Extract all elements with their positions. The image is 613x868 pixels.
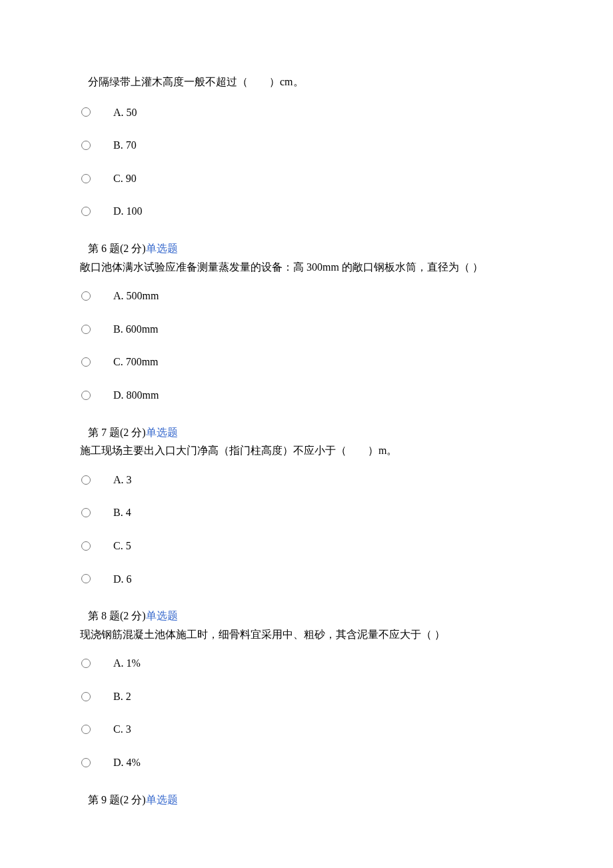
- question-5-option-d: D. 100: [80, 195, 533, 228]
- question-6-header: 第 6 题(2 分)单选题: [80, 240, 533, 257]
- question-8-option-a-label: A. 1%: [113, 655, 533, 672]
- question-7-option-c: C. 5: [80, 529, 533, 563]
- question-5-option-c-radio[interactable]: [81, 174, 91, 183]
- radio-wrap: [80, 107, 113, 117]
- question-7-option-d-radio[interactable]: [81, 574, 91, 583]
- question-8-option-b-label: B. 2: [113, 688, 533, 705]
- question-type-label: 单选题: [146, 427, 178, 438]
- question-7-option-b: B. 4: [80, 496, 533, 529]
- question-8-option-a: A. 1%: [80, 647, 533, 680]
- radio-wrap: [80, 574, 113, 583]
- question-6-option-a-label: A. 500mm: [113, 287, 533, 305]
- question-6-option-d: D. 800mm: [80, 379, 533, 412]
- question-9-header: 第 9 题(2 分)单选题: [80, 791, 533, 809]
- question-7-header-prefix: 第 7 题(2 分): [88, 427, 146, 438]
- question-5-option-b: B. 70: [80, 129, 533, 162]
- radio-wrap: [80, 291, 113, 301]
- radio-wrap: [80, 508, 113, 517]
- question-8-option-c: C. 3: [80, 713, 533, 746]
- radio-wrap: [80, 391, 113, 400]
- radio-wrap: [80, 141, 113, 150]
- question-9: 第 9 题(2 分)单选题: [80, 791, 533, 809]
- question-8-option-c-label: C. 3: [113, 721, 533, 738]
- question-type-label: 单选题: [146, 794, 178, 805]
- question-7-stem: 施工现场主要出入口大门净高（指门柱高度）不应小于（ ）m。: [80, 442, 533, 459]
- question-7-option-d: D. 6: [80, 563, 533, 596]
- radio-wrap: [80, 357, 113, 367]
- question-7: 第 7 题(2 分)单选题 施工现场主要出入口大门净高（指门柱高度）不应小于（ …: [80, 424, 533, 596]
- question-8-option-c-radio[interactable]: [81, 725, 91, 734]
- question-8-stem: 现浇钢筋混凝土池体施工时，细骨料宜采用中、粗砂，其含泥量不应大于（ ）: [80, 626, 533, 643]
- question-8-header: 第 8 题(2 分)单选题: [80, 607, 533, 625]
- question-5-option-a-radio[interactable]: [81, 107, 91, 117]
- question-6: 第 6 题(2 分)单选题 敞口池体满水试验应准备测量蒸发量的设备：高 300m…: [80, 240, 533, 412]
- question-6-option-d-radio[interactable]: [81, 391, 91, 400]
- question-5-stem: 分隔绿带上灌木高度一般不超过（ ）cm。: [80, 73, 533, 91]
- radio-wrap: [80, 541, 113, 551]
- question-8-option-d: D. 4%: [80, 746, 533, 779]
- question-6-option-b: B. 600mm: [80, 313, 533, 346]
- question-8-option-b-radio[interactable]: [81, 692, 91, 701]
- question-6-option-c-radio[interactable]: [81, 357, 91, 367]
- question-6-option-b-label: B. 600mm: [113, 321, 533, 338]
- question-6-option-b-radio[interactable]: [81, 325, 91, 334]
- question-8-option-d-radio[interactable]: [81, 758, 91, 767]
- question-5-option-a-label: A. 50: [113, 104, 533, 121]
- question-8-header-prefix: 第 8 题(2 分): [88, 610, 146, 621]
- question-5-option-c-label: C. 90: [113, 170, 533, 187]
- question-5-option-b-radio[interactable]: [81, 141, 91, 150]
- question-7-option-b-label: B. 4: [113, 504, 533, 521]
- question-8-option-d-label: D. 4%: [113, 754, 533, 771]
- question-8-option-b: B. 2: [80, 680, 533, 713]
- question-7-option-d-label: D. 6: [113, 571, 533, 588]
- question-5-option-d-label: D. 100: [113, 203, 533, 220]
- radio-wrap: [80, 207, 113, 216]
- question-7-option-a: A. 3: [80, 463, 533, 497]
- radio-wrap: [80, 325, 113, 334]
- question-type-label: 单选题: [146, 243, 178, 254]
- radio-wrap: [80, 725, 113, 734]
- question-5-option-b-label: B. 70: [113, 137, 533, 154]
- question-5-option-d-radio[interactable]: [81, 207, 91, 216]
- question-8-option-a-radio[interactable]: [81, 659, 91, 668]
- question-7-option-b-radio[interactable]: [81, 508, 91, 517]
- question-7-option-a-label: A. 3: [113, 471, 533, 489]
- question-7-header: 第 7 题(2 分)单选题: [80, 424, 533, 441]
- question-6-header-prefix: 第 6 题(2 分): [88, 243, 146, 254]
- radio-wrap: [80, 692, 113, 701]
- radio-wrap: [80, 758, 113, 767]
- question-7-option-c-radio[interactable]: [81, 541, 91, 551]
- question-6-option-c-label: C. 700mm: [113, 353, 533, 371]
- radio-wrap: [80, 659, 113, 668]
- question-7-option-c-label: C. 5: [113, 537, 533, 555]
- question-type-label: 单选题: [146, 610, 178, 621]
- radio-wrap: [80, 174, 113, 183]
- question-5: 分隔绿带上灌木高度一般不超过（ ）cm。 A. 50 B. 70 C. 90 D…: [80, 73, 533, 228]
- question-6-option-c: C. 700mm: [80, 345, 533, 379]
- question-9-header-prefix: 第 9 题(2 分): [88, 794, 146, 805]
- question-7-option-a-radio[interactable]: [81, 475, 91, 485]
- question-8: 第 8 题(2 分)单选题 现浇钢筋混凝土池体施工时，细骨料宜采用中、粗砂，其含…: [80, 607, 533, 779]
- radio-wrap: [80, 475, 113, 485]
- question-6-option-a-radio[interactable]: [81, 291, 91, 301]
- question-6-stem: 敞口池体满水试验应准备测量蒸发量的设备：高 300mm 的敞口钢板水筒，直径为（…: [80, 259, 533, 276]
- question-6-option-d-label: D. 800mm: [113, 387, 533, 404]
- question-5-option-c: C. 90: [80, 162, 533, 195]
- question-6-option-a: A. 500mm: [80, 279, 533, 313]
- question-5-option-a: A. 50: [80, 96, 533, 129]
